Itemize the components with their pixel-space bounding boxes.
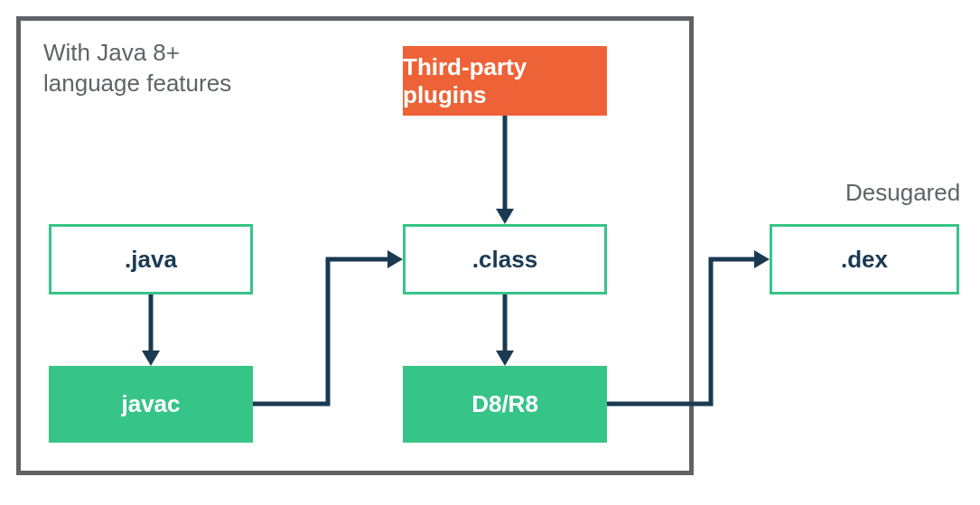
- arrow-d8r8-to-dex: [0, 0, 980, 505]
- svg-marker-7: [754, 250, 770, 268]
